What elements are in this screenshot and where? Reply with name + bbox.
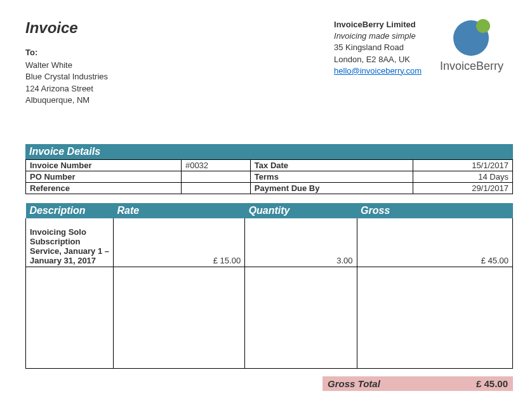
from-city: London, E2 8AA, UK: [334, 54, 422, 65]
value-payment-due: 29/1/2017: [413, 182, 512, 194]
label-invoice-number: Invoice Number: [26, 159, 182, 171]
logo-icon: [453, 19, 490, 56]
right-header: InvoiceBerry Limited Invoicing made simp…: [334, 19, 513, 106]
from-tagline: Invoicing made simple: [334, 30, 422, 42]
table-row: Invoicing Solo Subscription Service, Jan…: [26, 218, 513, 267]
item-description: Invoicing Solo Subscription Service, Jan…: [26, 218, 114, 267]
col-rate: Rate: [114, 203, 245, 218]
item-quantity: 3.00: [245, 218, 357, 267]
from-block: InvoiceBerry Limited Invoicing made simp…: [334, 19, 422, 77]
to-company: Blue Crystal Industries: [25, 71, 108, 83]
to-street: 124 Arizona Street: [25, 83, 108, 95]
invoice-details-header: Invoice Details: [25, 144, 513, 159]
gross-total-box: Gross Total £ 45.00: [323, 376, 513, 391]
label-terms: Terms: [250, 171, 413, 182]
invoice-title: Invoice: [25, 19, 108, 37]
total-row: Gross Total £ 45.00: [25, 376, 513, 391]
value-reference: [181, 182, 250, 194]
value-po-number: [181, 171, 250, 182]
logo-text: InvoiceBerry: [430, 60, 513, 73]
value-invoice-number: #0032: [181, 159, 250, 171]
value-tax-date: 15/1/2017: [413, 159, 512, 171]
left-header: Invoice To: Walter White Blue Crystal In…: [25, 19, 108, 106]
table-filler: [26, 267, 513, 368]
logo: InvoiceBerry: [430, 19, 513, 73]
col-gross: Gross: [357, 203, 512, 218]
from-street: 35 Kingsland Road: [334, 42, 422, 53]
col-description: Description: [26, 203, 114, 218]
to-city: Albuquerque, NM: [25, 95, 108, 106]
col-quantity: Quantity: [245, 203, 357, 218]
label-po-number: PO Number: [26, 171, 182, 182]
header: Invoice To: Walter White Blue Crystal In…: [25, 19, 513, 106]
item-gross: £ 45.00: [357, 218, 512, 267]
label-payment-due: Payment Due By: [250, 182, 413, 194]
from-email-link[interactable]: hello@invoiceberry.com: [334, 66, 422, 76]
bill-to-block: To: Walter White Blue Crystal Industries…: [25, 47, 108, 106]
gross-total-label: Gross Total: [328, 378, 476, 389]
label-reference: Reference: [26, 182, 182, 194]
gross-total-value: £ 45.00: [476, 378, 508, 389]
from-company: InvoiceBerry Limited: [334, 19, 422, 30]
to-label: To:: [25, 47, 108, 58]
line-items-table: Description Rate Quantity Gross Invoicin…: [25, 203, 513, 369]
label-tax-date: Tax Date: [250, 159, 413, 171]
invoice-details-table: Invoice Number #0032 Tax Date 15/1/2017 …: [25, 159, 513, 194]
value-terms: 14 Days: [413, 171, 512, 182]
to-name: Walter White: [25, 60, 108, 71]
item-rate: £ 15.00: [114, 218, 245, 267]
